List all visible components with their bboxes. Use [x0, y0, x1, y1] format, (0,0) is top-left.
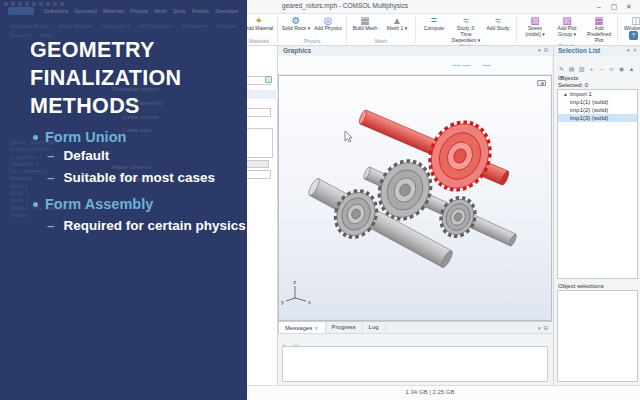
- environment-icon[interactable]: ◧: [412, 65, 421, 66]
- select-boundaries-icon[interactable]: ◨: [462, 65, 471, 66]
- scene-light-icon[interactable]: ◔: [392, 65, 401, 66]
- sub-required: –Required for certain physics: [47, 218, 246, 233]
- ribbon-button-add-physics[interactable]: ◎Add Physics: [313, 15, 343, 32]
- ribbon-group-mesh: ▦Build Mesh▲Mesh 1 ▾Mesh: [348, 14, 414, 45]
- ribbon-separator: [346, 16, 347, 43]
- select-domains-icon[interactable]: ◫: [452, 65, 461, 66]
- ribbon-tabs-bleed: DefinitionsGeometryMaterialsPhysicsMeshS…: [44, 8, 247, 14]
- ribbon-button-label: Add Material: [245, 26, 273, 32]
- objects-list-box[interactable]: ▲Import 1imp1(1) (solid)imp1(2) (solid)i…: [557, 89, 638, 279]
- bleed-settings-row: Create pairs: [122, 127, 151, 133]
- close-button[interactable]: ✕: [622, 1, 636, 12]
- select-edges-icon[interactable]: ▩: [472, 65, 481, 66]
- view-xy-icon[interactable]: ▤: [342, 65, 351, 66]
- ribbon-button-label: Add Study: [486, 26, 509, 32]
- ribbon-button-study-3-time-dependent[interactable]: ≈Study 3: Time Dependent ▾: [451, 15, 481, 43]
- ribbon-separator: [617, 16, 618, 43]
- select-box-icon[interactable]: ▢: [442, 65, 451, 66]
- quick-access-toolbar-bleed: [4, 2, 64, 6]
- messages-panel: Messages✕ Progress Log ▾ ⊟ ✎▣: [278, 321, 552, 385]
- tab-close-icon[interactable]: ✕: [314, 325, 318, 331]
- visibility-icon[interactable]: ◉: [617, 65, 626, 73]
- more-tools-icon[interactable]: ▼: [492, 65, 501, 66]
- tab-log[interactable]: Log: [363, 321, 386, 333]
- ribbon-button-label: Compute: [424, 26, 444, 32]
- color-theme-icon[interactable]: ◑: [402, 65, 411, 66]
- ribbon-button-add-material[interactable]: ✦Add Material: [244, 15, 274, 32]
- bleed-ribbon-label: Component 1: [101, 24, 130, 29]
- ribbon-group-results: ▧Stress (rotdsl) ▾▨Add Plot Group ▾▦Add …: [518, 14, 616, 45]
- bleed-tab: Definitions: [44, 8, 68, 14]
- sub-suitable: –Suitable for most cases: [47, 170, 215, 185]
- ribbon-group-layout: ◫Windows ▾◫Reset Desktop ▾Layout: [619, 14, 640, 45]
- messages-tabs: Messages✕ Progress Log ▾ ⊟: [278, 322, 552, 334]
- tree-item-2[interactable]: imp1(2) (solid): [558, 106, 637, 114]
- tab-messages[interactable]: Messages✕: [278, 321, 326, 333]
- bleed-tab: Mesh: [154, 8, 167, 14]
- ribbon-button-label: Stress (rotdsl) ▾: [520, 26, 550, 38]
- tab-progress[interactable]: Progress: [326, 321, 363, 333]
- camera-icon[interactable]: [537, 80, 546, 86]
- ribbon-group-label: Materials: [244, 38, 274, 45]
- selection-toolbar-row1: ✎▤▥+−∞◉▲▼: [557, 57, 639, 66]
- bullet-form-assembly: Form Assembly: [33, 196, 153, 212]
- rotate-view-icon[interactable]: ↻: [382, 65, 391, 66]
- transparency-icon[interactable]: ∞: [422, 65, 431, 66]
- remove-icon[interactable]: −: [597, 65, 606, 73]
- ribbon-button-build-mesh[interactable]: ▦Build Mesh: [350, 15, 380, 32]
- ribbon-button-add-predefined-plot[interactable]: ▦Add Predefined Plot: [584, 15, 614, 43]
- ribbon-group-physics: ⚙Solid Rotor ▾◎Add PhysicsPhysics: [279, 14, 345, 45]
- minimize-button[interactable]: –: [592, 1, 606, 12]
- ribbon-button-stress-rotdsl[interactable]: ▧Stress (rotdsl) ▾: [520, 15, 550, 38]
- settings-panel-sliver: [247, 46, 278, 385]
- ribbon-button-mesh-1[interactable]: ▲Mesh 1 ▾: [382, 15, 412, 32]
- gear-assembly-scene: zxy: [279, 76, 551, 320]
- ribbon-button-label: Solid Rotor ▾: [282, 26, 311, 32]
- selection-list-title: Selection List: [558, 47, 600, 54]
- object-selections-label: Object selections: [558, 283, 604, 289]
- mouse-cursor: [345, 131, 352, 142]
- svg-text:y: y: [281, 299, 284, 305]
- ribbon-group-label: Physics: [281, 38, 343, 45]
- bleed-ribbon-label: Variables: [216, 24, 236, 29]
- help-icon[interactable]: ?: [629, 31, 638, 40]
- tree-item-3[interactable]: imp1(3) (solid): [558, 114, 637, 122]
- memory-usage: 1.34 GB | 2.25 GB: [340, 389, 520, 395]
- ribbon-button-windows[interactable]: ◫Windows ▾: [621, 15, 640, 32]
- select-mode-icon[interactable]: ◉: [432, 65, 441, 66]
- add-icon[interactable]: +: [587, 65, 596, 73]
- go-to-view-icon[interactable]: ⇩: [332, 65, 341, 66]
- sub-default: –Default: [47, 148, 109, 163]
- bleed-tab: Study: [173, 8, 186, 14]
- view-yz-icon[interactable]: ▥: [352, 65, 361, 66]
- paste-icon[interactable]: ▥: [577, 65, 586, 73]
- tree-item-1[interactable]: imp1(1) (solid): [558, 98, 637, 106]
- graphics-canvas[interactable]: zxy: [278, 75, 552, 321]
- bleed-tab: Results: [192, 8, 209, 14]
- orthographic-icon[interactable]: ▮: [372, 65, 381, 66]
- selection-list-controls[interactable]: ▾ ✕: [627, 47, 638, 53]
- ribbon-button-compute[interactable]: =Compute: [419, 15, 449, 32]
- maximize-button[interactable]: ▢: [607, 1, 621, 12]
- object-selections-box[interactable]: [557, 290, 638, 382]
- ribbon-button-solid-rotor[interactable]: ⚙Solid Rotor ▾: [281, 15, 311, 32]
- collapse-all-icon[interactable]: ▲: [627, 65, 636, 73]
- ribbon-button-add-study[interactable]: ≈Add Study: [483, 15, 513, 32]
- bleed-ribbon-label: Model Manager: [59, 24, 92, 29]
- graphics-panel-title: Graphics: [283, 47, 311, 54]
- selection-list-header: Selection List ▾ ✕: [554, 46, 640, 57]
- ribbon-group-materials: ✦Add MaterialMaterials: [242, 14, 276, 45]
- ribbon-button-label: Add Plot Group ▾: [552, 26, 582, 38]
- view-zx-icon[interactable]: ▦: [362, 65, 371, 66]
- select-points-icon[interactable]: ☰: [482, 65, 491, 66]
- ribbon-button-label: Study 3: Time Dependent ▾: [451, 26, 481, 43]
- settings-field-icon[interactable]: [265, 76, 272, 83]
- messages-panel-controls[interactable]: ▾ ⊟: [538, 325, 549, 331]
- ribbon-separator: [415, 16, 416, 43]
- graphics-panel-controls[interactable]: ▾ ⊟: [538, 47, 549, 53]
- select-all-icon[interactable]: ∞: [607, 65, 616, 73]
- tree-node-import-1[interactable]: ▲Import 1: [558, 90, 637, 98]
- ribbon-button-add-plot-group[interactable]: ▨Add Plot Group ▾: [552, 15, 582, 38]
- copy-icon[interactable]: ▤: [567, 65, 576, 73]
- bleed-ribbon-label: Application Builder: [10, 24, 50, 29]
